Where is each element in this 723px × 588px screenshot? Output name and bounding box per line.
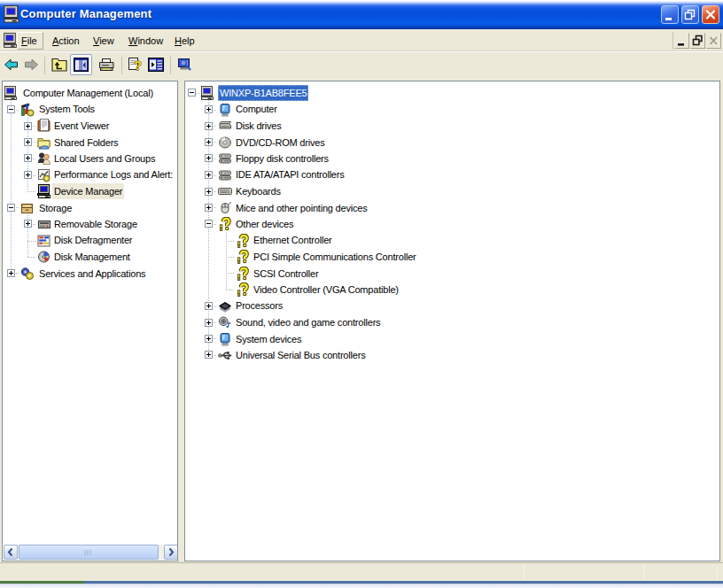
svg-text:?: ? [134,58,142,73]
